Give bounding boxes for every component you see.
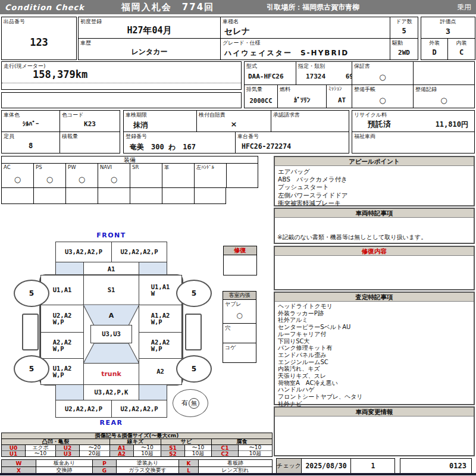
- registration-number-box: 登録番号 奄美 300 わ 167: [123, 131, 236, 154]
- panel-roof: U3,U3: [90, 325, 132, 343]
- legend-code: U3: [55, 450, 80, 457]
- vehicle-notes-note: ※記載のない書類・機器等は無しとして取り扱います。: [277, 233, 427, 242]
- panel-right-fender: U1,A1 W: [139, 275, 182, 305]
- interior-row-value: ○: [223, 307, 256, 323]
- panel-code: U2,A2,A2,P: [120, 249, 158, 255]
- class-number-value: 17324: [306, 73, 325, 80]
- equipment-cell-ac: AC ○: [1, 163, 34, 188]
- grade-box: グレード・仕様 ハイウェイスター S-HYBRID: [220, 38, 390, 60]
- lot-number-value: 123: [2, 24, 76, 60]
- panel-code: U3,A2,P,K: [95, 389, 129, 396]
- equipment-label: PW: [68, 164, 76, 170]
- check-date: 2025/08/30: [302, 459, 351, 473]
- panel-left-rear-door: A2,A2 W,P: [40, 332, 84, 359]
- maintenance-book-box: 整備手帳 ○: [352, 84, 414, 108]
- interior-row-label: コゲ: [225, 344, 236, 352]
- model-code-value: DAA-HFC26: [248, 73, 284, 80]
- panel-code: W: [151, 290, 170, 297]
- auction-condition-sheet: Condition Check 福岡入札会 774回 引取場所：福岡県古賀市青柳…: [0, 0, 476, 476]
- assessment-line: ヘッドライトクモリ: [278, 303, 471, 310]
- appeal-points-panel: アピールポイント エアバッグ ABS バックカメラ付き プッシュスタート 左側パ…: [274, 156, 475, 206]
- diagram-rear-label: REAR: [89, 419, 133, 427]
- transmission-label: ﾐｯｼｮﾝ: [328, 86, 342, 92]
- legend-code: C2: [211, 450, 239, 457]
- panel-code: A1: [108, 266, 115, 273]
- assessment-line: 荷物室A AC冷え悪い: [278, 380, 471, 387]
- interior-grade-value: C: [448, 45, 475, 60]
- legend-code: S2: [161, 450, 185, 457]
- first-registration-box: 初度登録 H27年04月: [78, 17, 221, 39]
- assessment-line: 下回りSC大: [278, 338, 471, 345]
- assessment-notes-panel: 査定特記事項 ヘッドライトクモリ 外装ラッカーP跡 社外アルミ センターピラーS…: [274, 292, 475, 405]
- equipment-empty-cell: [1, 187, 34, 204]
- registration-number-value: 奄美 300 わ 167: [130, 142, 196, 152]
- wheel-size: 5: [192, 289, 196, 298]
- history-value: レンタカー: [79, 45, 220, 60]
- panel-code: U2,A2,A2,P: [65, 406, 102, 412]
- appeal-line: プッシュスタート: [278, 183, 471, 191]
- interior-lining-title: 客室内張: [223, 292, 256, 300]
- panel-rear-corner-left: [55, 384, 84, 400]
- chassis-number-value: HFC26-272274: [242, 142, 291, 151]
- panel-left-front-door: U2,A2 W,P: [40, 305, 84, 333]
- equipment-cell-extra: [226, 163, 258, 188]
- wheel-size: 5: [192, 365, 196, 373]
- assessment-line: パンク修理キット有: [278, 345, 471, 352]
- interior-grade-box: 内装 C: [447, 38, 475, 60]
- panel-right-quarter: A2: [139, 358, 182, 385]
- mileage-box: 走行(現メーター) 158,379km: [1, 61, 242, 90]
- equipment-value: ○: [98, 171, 130, 187]
- panel-code: W,P: [53, 372, 72, 378]
- repair-content-title: 修復内容: [275, 247, 474, 256]
- model-name-value: セレナ: [224, 26, 250, 37]
- equipment-cell-leather: 革: [162, 163, 195, 188]
- equipment-empty-cell: [98, 187, 130, 204]
- wheel-size: 5: [29, 289, 34, 298]
- interior-lining-box: 客室内張 ヤブレ ○ 穴 コゲ: [223, 291, 256, 363]
- exterior-grade-value: D: [421, 45, 447, 60]
- legend-code: A2: [109, 450, 134, 457]
- damage-legend-table: 損傷記号＆損傷サイズ(〜最大cm) 凸凹・亀裂 線キズ サビ 腐食 U0 エクボ…: [1, 433, 273, 457]
- inspection-box: 車検期限 抹消: [123, 110, 197, 132]
- doors-box: ドア数 5: [390, 17, 418, 39]
- displacement-box: 排気量 2000CC: [244, 84, 278, 108]
- panel-front-bumper-left: U3,A2,A2,P: [55, 242, 112, 262]
- approval-label: 承認請求書: [273, 111, 300, 119]
- panel-rear-bumper-right: U2,A2,A2,P: [111, 400, 167, 418]
- wheel-rear-right: 5: [176, 355, 212, 383]
- equipment-empty-cell: [162, 187, 195, 204]
- legend-size: 〜10: [25, 450, 56, 457]
- equipment-value: ○: [2, 171, 33, 187]
- first-registration-value: H27年04月: [79, 23, 220, 38]
- panel-code: W,P: [53, 319, 72, 325]
- wheel-front-left: 5: [14, 280, 49, 307]
- interior-row-hole: 穴: [223, 324, 256, 343]
- panel-code: W,P: [151, 346, 170, 352]
- appeal-points-body: エアバッグ ABS バックカメラ付き プッシュスタート 左側パワースライドドア …: [275, 166, 474, 209]
- grade-label: グレード・仕様: [223, 39, 261, 47]
- color-code-box: 色コード K23: [60, 110, 120, 132]
- mileage-note-box: [1, 92, 242, 108]
- check-label: チェック: [277, 459, 302, 473]
- panel-code: U3,U3: [102, 331, 121, 337]
- fuel-box: 燃料 ｶﾞｿﾘﾝ: [277, 84, 327, 108]
- wheel-rear-left: 5: [14, 355, 49, 383]
- panel-code: W,P: [53, 346, 72, 352]
- welfare-label: 福祉車両: [354, 133, 375, 140]
- inspection-label: 車検期限: [126, 111, 147, 119]
- assessment-line: ハンドルハゲ: [278, 386, 471, 393]
- welfare-box: 福祉車両: [352, 131, 475, 154]
- panel-code: U2,A2: [53, 312, 72, 319]
- rear-window-shape: [83, 343, 139, 364]
- equipment-empty-cell: [65, 187, 98, 204]
- legend-size: 10超: [184, 450, 212, 457]
- interior-row-label: 穴: [225, 324, 230, 332]
- history-box: 車歴 レンタカー: [78, 38, 221, 60]
- maintenance-record-box: 整備記録 ○: [413, 84, 475, 108]
- equipment-cell-sr: SR: [130, 163, 162, 188]
- vehicle-notes-title: 車両特記事項: [275, 209, 474, 218]
- equipment-empty-cell: [130, 187, 162, 204]
- chassis-number-box: 車台番号 HFC26-272274: [235, 131, 349, 154]
- registration-number-label: 登録番号: [126, 133, 147, 140]
- score-value: 3: [421, 24, 475, 38]
